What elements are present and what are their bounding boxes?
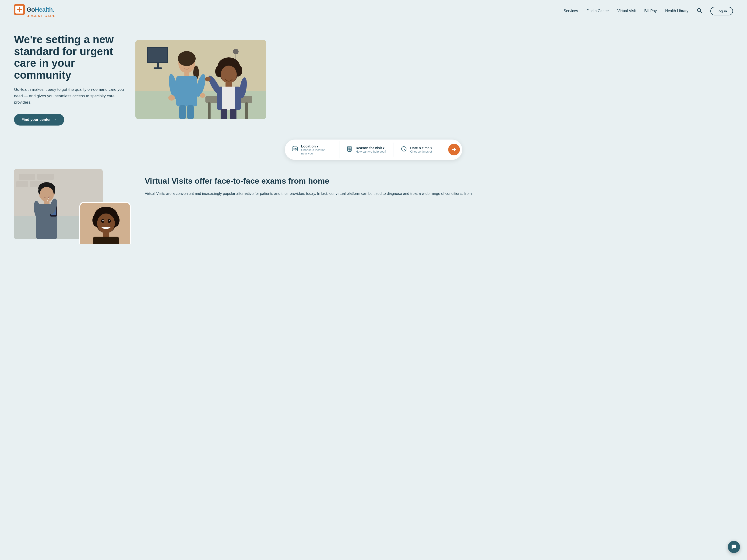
svg-rect-26: [245, 102, 248, 119]
virtual-overlay-card: [79, 202, 131, 244]
reason-selector[interactable]: Reason for visit▾ How can we help you?: [339, 142, 394, 157]
svg-rect-61: [16, 181, 28, 187]
virtual-overlay-illustration: [80, 203, 131, 244]
hero-illustration: [135, 40, 266, 119]
logo[interactable]: GoHealth. URGENT CARE: [14, 4, 56, 18]
svg-rect-10: [148, 48, 168, 62]
reason-content: Reason for visit▾ How can we help you?: [356, 146, 386, 153]
svg-rect-12: [154, 68, 162, 69]
login-button[interactable]: Log in: [710, 7, 733, 16]
datetime-chevron: ▾: [431, 146, 432, 150]
svg-rect-59: [19, 174, 35, 180]
hero-section: We're setting a new standard for urgent …: [0, 22, 747, 135]
location-sublabel: Choose a location near you: [301, 148, 332, 155]
main-nav: Services Find a Center Virtual Visit Bil…: [564, 7, 733, 16]
svg-rect-25: [208, 102, 211, 119]
svg-point-4: [19, 9, 20, 10]
logo-go-text: Go: [27, 6, 35, 13]
svg-line-55: [404, 149, 405, 150]
datetime-selector[interactable]: Date & time▾ Choose timeslot: [394, 142, 448, 157]
svg-rect-11: [157, 63, 159, 68]
svg-line-6: [700, 11, 702, 13]
svg-point-14: [178, 51, 196, 66]
hero-image: [135, 40, 266, 119]
search-icon[interactable]: [697, 8, 702, 14]
logo-health-text: Health.: [35, 6, 54, 13]
svg-rect-60: [37, 174, 54, 180]
nav-services[interactable]: Services: [564, 9, 578, 13]
find-center-label: Find your center: [22, 117, 51, 122]
svg-rect-22: [179, 105, 186, 119]
nav-bill-pay[interactable]: Bill Pay: [644, 9, 656, 13]
svg-rect-42: [292, 147, 298, 151]
nav-health-library[interactable]: Health Library: [665, 9, 688, 13]
svg-rect-39: [230, 109, 236, 119]
clock-icon: [401, 146, 407, 153]
nav-virtual-visit[interactable]: Virtual Visit: [617, 9, 636, 13]
hero-title: We're setting a new standard for urgent …: [14, 34, 126, 81]
svg-point-31: [221, 65, 237, 83]
nav-find-center[interactable]: Find a Center: [586, 9, 609, 13]
logo-icon: [14, 4, 25, 15]
logo-urgent-care: URGENT CARE: [27, 14, 56, 18]
reason-label: Reason for visit▾: [356, 146, 386, 150]
svg-rect-23: [187, 105, 194, 119]
reason-chevron: ▾: [383, 146, 384, 150]
location-selector[interactable]: Location▾ Choose a location near you: [285, 141, 339, 158]
svg-point-67: [40, 187, 54, 202]
reason-icon: [346, 146, 353, 153]
datetime-label: Date & time▾: [410, 146, 432, 150]
booking-bar: Location▾ Choose a location near you: [285, 139, 462, 160]
virtual-description: Virtual Visits are a convenient and incr…: [145, 190, 733, 197]
location-icon: [292, 146, 298, 153]
site-header: GoHealth. URGENT CARE Services Find a Ce…: [0, 0, 747, 22]
svg-point-80: [97, 213, 115, 233]
hero-subtitle: GoHealth makes it easy to get the qualit…: [14, 86, 126, 105]
datetime-sublabel: Choose timeslot: [410, 150, 432, 153]
virtual-image-area: [14, 169, 131, 244]
svg-rect-81: [103, 232, 109, 237]
hero-text-block: We're setting a new standard for urgent …: [14, 34, 126, 126]
svg-rect-38: [221, 109, 227, 119]
virtual-section: Virtual Visits offer face-to-face exams …: [0, 169, 747, 244]
booking-submit-button[interactable]: [448, 144, 460, 155]
location-label: Location▾: [301, 144, 332, 148]
location-content: Location▾ Choose a location near you: [301, 144, 332, 155]
reason-sublabel: How can we help you?: [356, 150, 386, 153]
svg-point-36: [205, 77, 211, 81]
svg-rect-17: [176, 76, 197, 106]
svg-rect-34: [222, 86, 235, 110]
svg-rect-43: [293, 149, 294, 150]
find-center-button[interactable]: Find your center →: [14, 114, 64, 126]
hero-photo: [135, 40, 266, 119]
virtual-text-block: Virtual Visits offer face-to-face exams …: [145, 169, 733, 197]
location-chevron: ▾: [317, 145, 318, 148]
datetime-content: Date & time▾ Choose timeslot: [410, 146, 432, 153]
virtual-title: Virtual Visits offer face-to-face exams …: [145, 176, 733, 186]
svg-point-40: [233, 49, 238, 54]
svg-point-85: [102, 220, 104, 221]
svg-point-21: [200, 93, 205, 98]
svg-point-20: [168, 95, 175, 101]
svg-rect-82: [93, 237, 119, 244]
svg-point-45: [295, 149, 297, 150]
find-center-arrow: →: [53, 117, 57, 122]
booking-bar-wrapper: Location▾ Choose a location near you: [0, 135, 747, 169]
svg-point-86: [109, 220, 110, 221]
